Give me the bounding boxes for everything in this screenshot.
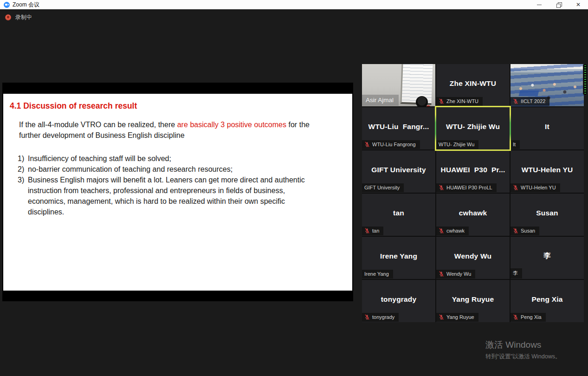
participant-label-text: Irene Yang <box>364 271 389 277</box>
participant-tile[interactable]: It It <box>510 107 584 149</box>
participant-name-label: Yang Ruyue <box>436 313 478 322</box>
muted-mic-icon <box>439 98 444 104</box>
minimize-icon <box>537 5 542 5</box>
participant-tile[interactable]: cwhawk cwhawk <box>436 194 510 236</box>
muted-mic-icon <box>439 271 444 277</box>
participant-label-text: Yang Ruyue <box>446 314 474 320</box>
participant-name-label: Zhe XIN-WTU <box>436 97 483 106</box>
participant-name-label: tonygrady <box>362 313 399 322</box>
participant-name-label: tan <box>362 227 383 235</box>
recording-dot-icon <box>5 14 11 20</box>
participant-name-label: It <box>510 140 520 149</box>
participant-tile[interactable]: Peng Xia Peng Xia <box>510 280 584 322</box>
participant-label-text: IICLT 2022 <box>521 98 545 104</box>
shared-screen: 4.1 Discussion of research result If the… <box>2 83 353 301</box>
participant-label-text: Susan <box>521 228 535 233</box>
participant-name-label: Peng Xia <box>510 313 546 322</box>
participant-tile[interactable]: IICLT 2022 <box>510 64 584 106</box>
participant-tile[interactable]: WTU- Zhijie Wu WTU- Zhijie Wu <box>436 107 510 149</box>
participant-name-label: WTU- Zhijie Wu <box>436 140 478 149</box>
recording-label: 录制中 <box>15 13 32 21</box>
watermark-subtitle: 转到“设置”以激活 Windows。 <box>485 353 561 361</box>
muted-mic-icon <box>364 142 370 147</box>
intro-text-red: are basically 3 positive outcomes <box>177 121 286 129</box>
participant-name-label: Susan <box>510 227 539 235</box>
participant-label-text: WTU-Liu Fangrong <box>372 142 416 147</box>
window-controls: ✕ <box>530 0 588 9</box>
slide-title: 4.1 Discussion of research result <box>10 101 352 111</box>
slide-list: 1) Insufficiency of teaching staff will … <box>18 153 324 217</box>
participant-tile[interactable]: Yang Ruyue Yang Ruyue <box>436 280 510 322</box>
participant-name-label: Irene Yang <box>362 270 393 279</box>
participant-label-text: GIFT University <box>364 185 400 190</box>
muted-mic-icon <box>439 228 444 233</box>
participant-name-label: 李 <box>510 268 522 279</box>
list-text: Insufficiency of teaching staff will be … <box>28 153 306 164</box>
participant-name-label: Wendy Wu <box>436 270 475 279</box>
muted-mic-icon <box>513 98 518 104</box>
recording-indicator: 录制中 <box>5 13 32 21</box>
participant-label-text: HUAWEI P30 ProLL <box>446 185 492 190</box>
participant-label-text: tan <box>372 228 379 233</box>
participant-name-label: GIFT University <box>362 183 404 192</box>
participant-name-label: Asir Ajmal <box>362 95 399 106</box>
close-button[interactable]: ✕ <box>569 0 588 9</box>
watermark-title: 激活 Windows <box>485 339 561 351</box>
participant-label-text: Peng Xia <box>521 314 542 320</box>
minimize-button[interactable] <box>530 0 549 9</box>
participant-label-text: Zhe XIN-WTU <box>446 98 478 104</box>
slide-list-item-1: 1) Insufficiency of teaching staff will … <box>18 153 324 164</box>
participant-tile[interactable]: GIFT University GIFT University <box>362 150 435 193</box>
participant-tile[interactable]: tonygrady tonygrady <box>362 280 435 322</box>
slide-list-item-2: 2) no-barrier communication of teaching … <box>18 164 324 175</box>
participant-label-text: WTU- Zhijie Wu <box>439 142 474 147</box>
muted-mic-icon <box>513 185 518 190</box>
participant-tile[interactable]: tan tan <box>362 194 435 236</box>
intro-text-black-1: If the all-4-module VTRO can be realized… <box>19 121 177 129</box>
list-text: no-barrier communication of teaching and… <box>28 164 306 175</box>
participant-tile[interactable]: Wendy Wu Wendy Wu <box>436 237 510 279</box>
participant-label-text: tonygrady <box>372 314 394 320</box>
participant-tile[interactable]: Zhe XIN-WTU Zhe XIN-WTU <box>436 64 510 106</box>
participant-tile[interactable]: WTU-Helen YU WTU-Helen YU <box>510 150 584 193</box>
titlebar: Zoom 会议 ✕ <box>0 0 588 9</box>
presentation-slide: 4.1 Discussion of research result If the… <box>3 94 352 291</box>
window-title: Zoom 会议 <box>13 1 39 9</box>
slide-list-item-3: 3) Business English majors will benefit … <box>18 175 324 217</box>
participant-label-text: 李 <box>513 270 518 277</box>
windows-activation-watermark: 激活 Windows 转到“设置”以激活 Windows。 <box>485 339 561 361</box>
muted-mic-icon <box>364 228 370 233</box>
list-marker: 1) <box>18 153 28 164</box>
close-icon: ✕ <box>576 2 581 7</box>
participant-label-text: It <box>513 142 516 147</box>
participant-name-label: WTU-Helen YU <box>510 183 560 192</box>
participant-tile[interactable]: Susan Susan <box>510 194 584 236</box>
participant-label-text: cwhawk <box>446 228 465 233</box>
participant-tile[interactable]: Asir Ajmal <box>362 64 435 106</box>
zoom-app-icon <box>4 2 10 8</box>
audio-level-meter <box>583 63 588 96</box>
muted-mic-icon <box>364 314 370 320</box>
muted-mic-icon <box>513 228 518 233</box>
participant-name-label: WTU-Liu Fangrong <box>362 140 420 149</box>
participant-tile[interactable]: Irene Yang Irene Yang <box>362 237 435 279</box>
participant-tile[interactable]: WTU-Liu Fangr... WTU-Liu Fangrong <box>362 107 435 149</box>
list-marker: 3) <box>18 175 28 217</box>
restore-icon <box>556 2 562 7</box>
participant-display-name: It <box>510 107 584 146</box>
list-marker: 2) <box>18 164 28 175</box>
muted-mic-icon <box>439 314 444 320</box>
participant-tile[interactable]: 李 李 <box>510 237 584 279</box>
muted-mic-icon <box>439 185 444 190</box>
participant-label-text: Asir Ajmal <box>366 97 394 104</box>
participant-label-text: WTU-Helen YU <box>521 185 556 190</box>
participant-name-label: IICLT 2022 <box>510 97 549 106</box>
muted-mic-icon <box>513 314 518 320</box>
participant-label-text: Wendy Wu <box>446 271 471 277</box>
slide-intro-paragraph: If the all-4-module VTRO can be realized… <box>19 119 310 141</box>
participant-name-label: HUAWEI P30 ProLL <box>436 183 497 192</box>
restore-button[interactable] <box>549 0 569 9</box>
participant-name-label: cwhawk <box>436 227 469 235</box>
participant-tile[interactable]: HUAWEI P30 Pr... HUAWEI P30 ProLL <box>436 150 510 193</box>
participant-grid: Asir Ajmal Zhe XIN-WTU Zhe XIN-WTU <box>362 64 584 322</box>
